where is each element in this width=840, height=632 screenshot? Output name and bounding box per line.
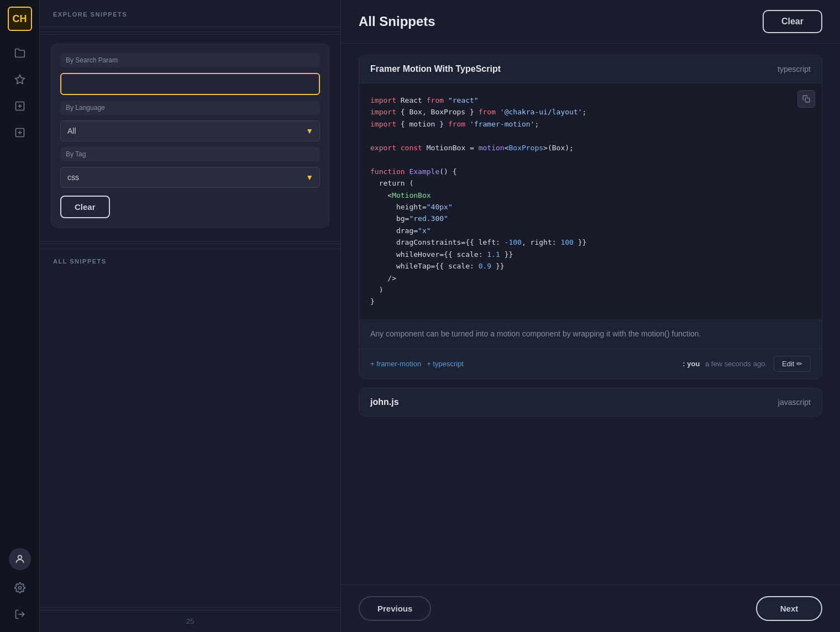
filter-box: By Search Param By Language All JavaScri… [51, 44, 329, 228]
second-snippet-title: john.js [370, 397, 399, 407]
tag-framer-motion[interactable]: + framer-motion [370, 360, 421, 368]
svg-point-6 [18, 555, 22, 559]
filter-clear-button[interactable]: Clear [60, 196, 110, 218]
logout-icon[interactable] [9, 603, 31, 625]
main-content: All Snippets Clear Framer Motion With Ty… [341, 0, 840, 632]
explore-snippets-header: EXPLORE SNIPPETS [40, 0, 340, 27]
copy-button[interactable] [797, 90, 815, 108]
snippet-tags: + framer-motion + typescript [370, 360, 464, 368]
bottom-nav: Previous Next [341, 584, 840, 632]
code-content: import React from "react" import { Box, … [370, 94, 811, 308]
page-title: All Snippets [359, 14, 435, 29]
svg-rect-9 [805, 98, 810, 102]
snippet-card-header: Framer Motion With TypeScript typescript [359, 55, 822, 83]
left-panel: EXPLORE SNIPPETS By Search Param By Lang… [40, 0, 341, 632]
user-icon[interactable] [9, 548, 31, 570]
snippet-language: typescript [778, 65, 811, 73]
previous-button[interactable]: Previous [359, 596, 431, 621]
page-number: 25 [40, 610, 340, 632]
sidebar: CH [0, 0, 40, 632]
language-select[interactable]: All JavaScript TypeScript CSS HTML Pytho… [60, 120, 320, 141]
logo[interactable]: CH [8, 7, 32, 31]
snippet-footer: + framer-motion + typescript : you a few… [359, 349, 822, 378]
snippet-card: Framer Motion With TypeScript typescript… [359, 55, 822, 379]
snippet-author: : you a few seconds ago. [683, 360, 767, 368]
add-collection-icon[interactable] [9, 122, 31, 144]
second-snippet-language: javascript [778, 398, 811, 407]
language-label: By Language [60, 101, 320, 115]
tag-label: By Tag [60, 147, 320, 161]
language-select-wrapper: All JavaScript TypeScript CSS HTML Pytho… [60, 120, 320, 141]
snippets-area: Framer Motion With TypeScript typescript… [341, 44, 840, 584]
main-clear-button[interactable]: Clear [763, 10, 822, 33]
edit-button[interactable]: Edit ✏ [774, 356, 811, 372]
code-block: import React from "react" import { Box, … [359, 83, 822, 319]
snippet-timestamp: a few seconds ago. [705, 360, 767, 368]
all-snippets-section-header: ALL SNIPPETS [40, 249, 340, 270]
snippet-title: Framer Motion With TypeScript [370, 64, 501, 74]
folder-icon[interactable] [9, 42, 31, 64]
next-button[interactable]: Next [756, 596, 822, 621]
search-param-label: By Search Param [60, 53, 320, 67]
snippet-description: Any component can be turned into a motio… [359, 319, 822, 349]
tag-select[interactable]: css javascript typescript react framer-m… [60, 167, 320, 188]
settings-icon[interactable] [9, 577, 31, 599]
snippet-meta: : you a few seconds ago. Edit ✏ [683, 356, 811, 372]
tag-select-wrapper: css javascript typescript react framer-m… [60, 167, 320, 188]
search-input[interactable] [60, 73, 320, 95]
magic-icon[interactable] [9, 69, 31, 91]
second-snippet-card: john.js javascript [359, 388, 822, 417]
top-bar: All Snippets Clear [341, 0, 840, 44]
second-snippet-header: john.js javascript [359, 388, 822, 416]
author-label: : you [683, 360, 700, 368]
add-snippet-icon[interactable] [9, 95, 31, 117]
tag-typescript[interactable]: + typescript [427, 360, 464, 368]
svg-point-7 [18, 587, 21, 589]
